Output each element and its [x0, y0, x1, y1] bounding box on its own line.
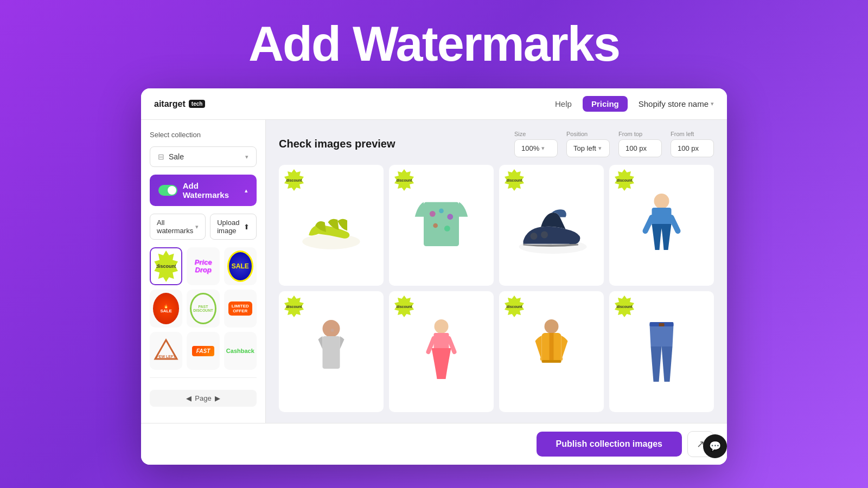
svg-point-11	[531, 233, 538, 240]
sticker-sale[interactable]: SALE	[224, 247, 257, 285]
chat-fab-button[interactable]: 💬	[703, 434, 727, 458]
svg-point-17	[323, 320, 340, 337]
nav-help-link[interactable]: Help	[555, 99, 572, 108]
shirt-image	[389, 190, 494, 261]
from-left-label: From left	[671, 131, 714, 137]
stickers-grid: discount PriceDrop SALE 🔥SALE PASTDISCOU…	[150, 247, 257, 370]
header: aitarget tech Help Pricing Shopify store…	[141, 88, 727, 120]
svg-point-9	[444, 226, 450, 232]
sale-sticker-preview: SALE	[227, 251, 253, 282]
header-nav: Help Pricing Shopify store name ▾	[555, 96, 714, 112]
watermark-badge-5: discount	[283, 296, 305, 317]
jacket-image	[499, 317, 604, 387]
sticker-past-discount[interactable]: PASTDISCOUNT	[187, 290, 219, 328]
watermarks-controls: All watermarks ▾ Upload image ⬆	[150, 214, 257, 240]
publish-collection-button[interactable]: Publish collection images	[537, 432, 682, 457]
sticker-limited-offer[interactable]: LIMITEDOFFER	[224, 290, 257, 328]
watermarks-chevron-icon: ▴	[245, 187, 248, 194]
upload-icon: ⬆	[244, 223, 250, 231]
svg-point-7	[447, 214, 453, 220]
size-chevron-icon: ▾	[541, 145, 545, 152]
watermark-badge-2: discount	[393, 169, 415, 191]
price-drop-sticker-preview: PriceDrop	[195, 259, 212, 274]
collection-dropdown[interactable]: ⊟ Sale ▾	[150, 146, 257, 167]
watermarks-toggle-label: Add Watermarks	[183, 181, 245, 200]
sandal-image	[279, 190, 384, 261]
select-collection-label: Select collection	[150, 131, 257, 139]
svg-point-13	[654, 194, 669, 209]
app-window: aitarget tech Help Pricing Shopify store…	[141, 88, 727, 465]
watermark-badge-8: discount	[614, 296, 635, 317]
svg-point-12	[541, 231, 548, 238]
limited-offer-sticker-preview: LIMITEDOFFER	[228, 301, 252, 316]
product-card-sandal: discount	[279, 165, 384, 286]
size-label: Size	[514, 131, 558, 137]
pagination-label: Page	[195, 394, 211, 402]
toggle-switch[interactable]	[158, 185, 177, 196]
prev-page-icon[interactable]: ◀	[186, 394, 192, 402]
upload-image-button[interactable]: Upload image ⬆	[210, 214, 257, 240]
watermark-badge-3: discount	[503, 169, 525, 191]
past-discount-sticker-preview: PASTDISCOUNT	[190, 293, 216, 324]
svg-point-2	[302, 234, 360, 249]
size-dropdown[interactable]: 100% ▾	[514, 139, 558, 157]
discount-sticker-preview: discount	[153, 251, 179, 282]
watermark-badge-7: discount	[503, 296, 525, 317]
from-top-label: From top	[618, 131, 662, 137]
sticker-hot-sale[interactable]: 🔥SALE	[150, 290, 182, 328]
skirt-image	[389, 317, 494, 387]
watermark-badge-1: discount	[283, 169, 305, 191]
svg-rect-29	[659, 323, 665, 326]
all-watermarks-chevron-icon: ▾	[195, 223, 199, 230]
svg-text:FEW LEFT: FEW LEFT	[157, 355, 176, 358]
logo-text: aitarget	[154, 99, 186, 109]
sticker-cashback[interactable]: Cashback	[224, 332, 257, 370]
sticker-few-left[interactable]: FEW LEFT	[150, 332, 182, 370]
product-card-shorts: discount	[609, 165, 714, 286]
position-label: Position	[566, 131, 610, 137]
product-card-shirt: discount	[389, 165, 494, 286]
from-left-group: From left	[671, 131, 714, 157]
svg-rect-14	[652, 208, 672, 227]
svg-rect-26	[550, 333, 554, 363]
all-watermarks-button[interactable]: All watermarks ▾	[150, 214, 206, 240]
svg-rect-21	[434, 333, 449, 349]
shorts-image	[609, 190, 714, 261]
position-dropdown[interactable]: Top left ▾	[566, 139, 610, 157]
product-card-jeans: discount	[609, 291, 714, 412]
next-page-icon[interactable]: ▶	[215, 394, 220, 402]
main-content: Select collection ⊟ Sale ▾ Add Watermark…	[141, 120, 727, 423]
add-watermarks-toggle[interactable]: Add Watermarks ▴	[150, 175, 257, 206]
nav-store-selector[interactable]: Shopify store name ▾	[639, 99, 714, 108]
pagination-row: ◀ Page ▶	[150, 384, 257, 412]
product-card-jacket: discount	[499, 291, 604, 412]
svg-point-20	[435, 319, 449, 333]
from-left-input[interactable]	[671, 139, 714, 157]
svg-point-24	[545, 319, 559, 333]
sidebar-bottom: ◀ Page ▶	[150, 377, 257, 412]
size-group: Size 100% ▾	[514, 131, 558, 157]
position-group: Position Top left ▾	[566, 131, 610, 157]
svg-point-8	[433, 223, 438, 228]
hero-title: Add Watermarks	[248, 16, 620, 72]
sidebar: Select collection ⊟ Sale ▾ Add Watermark…	[141, 120, 266, 423]
cashback-sticker-preview: Cashback	[226, 348, 254, 354]
from-top-input[interactable]	[618, 139, 662, 157]
sticker-fast[interactable]: FAST	[187, 332, 219, 370]
filter-icon: ⊟	[158, 152, 164, 161]
product-card-tanktop: discount	[279, 291, 384, 412]
sticker-discount[interactable]: discount	[150, 247, 182, 285]
product-card-skirt: discount	[389, 291, 494, 412]
collection-value: Sale	[169, 152, 184, 161]
hot-sale-sticker-preview: 🔥SALE	[153, 293, 179, 324]
tanktop-image	[279, 317, 384, 387]
position-chevron-icon: ▾	[598, 145, 602, 152]
sticker-price-drop[interactable]: PriceDrop	[187, 247, 219, 285]
svg-rect-18	[323, 336, 340, 369]
preview-area: Check images preview Size 100% ▾ Positio…	[266, 120, 727, 423]
fast-sticker-preview: FAST	[192, 346, 215, 356]
svg-line-16	[672, 217, 678, 231]
from-top-group: From top	[618, 131, 662, 157]
svg-rect-27	[542, 360, 561, 363]
nav-pricing-button[interactable]: Pricing	[583, 96, 628, 112]
